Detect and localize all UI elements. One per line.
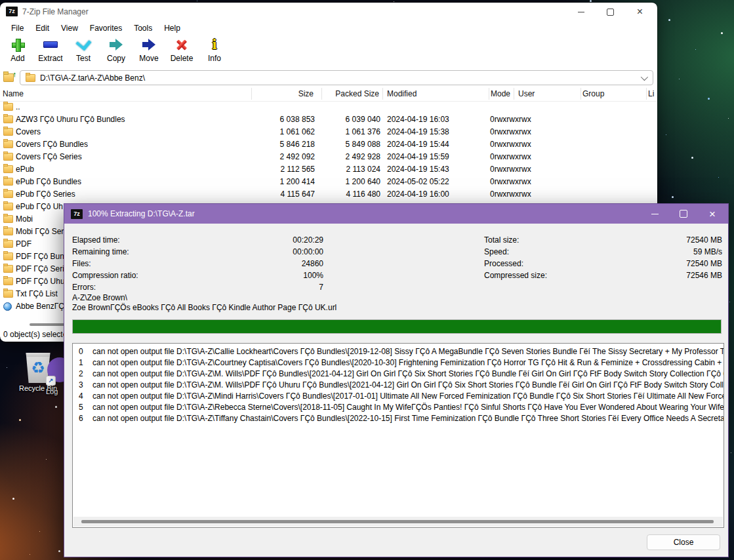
error-list[interactable]: 0can not open output file D:\TG\A-Z\Call… — [72, 343, 724, 528]
error-list-hscrollbar[interactable] — [73, 517, 723, 527]
table-row[interactable]: Covers ΓÇô Bundles5 846 2185 849 0882024… — [0, 138, 657, 151]
folder-icon — [3, 103, 13, 111]
delete-cross-icon — [175, 38, 188, 51]
row-packed: 2 113 024 — [320, 165, 380, 174]
move-arrow-icon — [142, 39, 155, 50]
row-name: Mobi — [16, 214, 33, 224]
column-separator[interactable] — [321, 88, 322, 100]
header-link[interactable]: Li — [648, 89, 654, 98]
stat-label: Speed: — [484, 247, 509, 256]
progress-fill — [73, 320, 721, 333]
menu-file[interactable]: File — [5, 22, 30, 34]
move-button[interactable]: Move — [133, 35, 165, 63]
add-label: Add — [5, 54, 31, 63]
stat-value: 59 MB/s — [589, 247, 722, 256]
starfield — [0, 0, 1, 1]
header-name[interactable]: Name — [3, 89, 24, 98]
minimize-button[interactable] — [566, 3, 596, 21]
row-modified: 2024-05-02 05:22 — [387, 177, 449, 186]
stat-value: 72540 MB — [589, 259, 722, 268]
folder-icon — [3, 178, 13, 186]
header-mode[interactable]: Mode — [459, 89, 510, 98]
table-row[interactable]: .. — [0, 101, 657, 113]
header-group[interactable]: Group — [582, 89, 604, 98]
table-row[interactable]: ePub2 112 5652 113 0242024-04-19 15:430r… — [0, 163, 657, 176]
row-name: PDF ΓÇô Uhu — [16, 277, 65, 286]
maximize-button[interactable] — [596, 3, 625, 21]
scrollbar-thumb[interactable] — [81, 520, 714, 523]
dialog-maximize-button[interactable] — [669, 204, 698, 224]
column-separator[interactable] — [581, 88, 581, 100]
row-name: PDF — [16, 239, 31, 249]
folder-icon — [3, 252, 13, 260]
7zip-app-icon: 7z — [71, 209, 83, 219]
error-number: 6 — [79, 414, 83, 423]
folder-icon — [3, 265, 13, 273]
stat-value: 00:00:00 — [195, 247, 323, 256]
header-modified[interactable]: Modified — [387, 89, 417, 98]
stat-label: Errors: — [72, 283, 96, 292]
row-modified: 2024-04-19 16:00 — [387, 190, 449, 199]
info-button[interactable]: i Info — [198, 35, 231, 63]
row-packed: 1 061 376 — [320, 127, 380, 136]
table-row[interactable]: Covers ΓÇô Series2 492 0922 492 9282024-… — [0, 151, 657, 163]
close-button[interactable] — [625, 3, 655, 21]
menu-favorites[interactable]: Favorites — [84, 22, 128, 34]
delete-label: Delete — [169, 54, 195, 63]
table-row[interactable]: Covers1 061 0621 061 3762024-04-19 15:38… — [0, 126, 657, 138]
header-user[interactable]: User — [518, 89, 535, 98]
row-name: ePub ΓÇô Uh — [16, 202, 63, 211]
row-packed: 2 492 928 — [320, 152, 380, 161]
column-separator[interactable] — [489, 88, 489, 100]
error-text: can not open output file D:\TG\A-Z\Tiffa… — [92, 414, 724, 423]
dialog-title-bar[interactable]: 7z 100% Extracting D:\TG\A-Z.tar — [64, 204, 728, 224]
title-bar[interactable]: 7z 7-Zip File Manager — [0, 3, 657, 21]
header-size[interactable]: Size — [251, 89, 314, 98]
test-button[interactable]: Test — [67, 35, 100, 63]
close-button[interactable]: Close — [647, 534, 720, 550]
row-packed: 5 849 088 — [320, 140, 380, 149]
row-modified: 2024-04-19 15:43 — [387, 165, 449, 174]
row-mode: 0rwxrwxrwx — [490, 140, 531, 149]
header-packed-size[interactable]: Packed Size — [308, 89, 379, 98]
column-separator[interactable] — [382, 88, 383, 100]
table-row[interactable]: ePub ΓÇô Bundles1 200 4141 200 6402024-0… — [0, 176, 657, 188]
7zip-app-icon: 7z — [6, 7, 18, 16]
up-one-level-button[interactable]: ↑ — [3, 71, 15, 82]
add-plus-icon — [10, 37, 25, 52]
stat-label: Total size: — [484, 235, 519, 245]
menu-edit[interactable]: Edit — [30, 22, 55, 34]
row-modified: 2024-04-19 15:38 — [387, 127, 449, 136]
folder-icon — [3, 228, 13, 235]
table-row[interactable]: ePub ΓÇô Series4 115 6474 116 4802024-04… — [0, 188, 657, 201]
error-number: 3 — [79, 380, 83, 390]
copy-arrow-icon — [110, 39, 123, 50]
extract-button[interactable]: Extract — [34, 35, 67, 63]
copy-button[interactable]: Copy — [100, 35, 133, 63]
dialog-close-icon[interactable] — [698, 204, 727, 224]
add-button[interactable]: Add — [1, 35, 34, 63]
delete-button[interactable]: Delete — [165, 35, 198, 63]
menu-tools[interactable]: Tools — [128, 22, 158, 34]
column-separator[interactable] — [646, 88, 647, 100]
table-row[interactable]: AZW3 ΓÇô Uhuru ΓÇô Bundles6 038 8536 039… — [0, 113, 657, 126]
chevron-down-icon[interactable] — [641, 73, 648, 81]
column-separator[interactable] — [514, 88, 514, 100]
error-text: can not open output file D:\TG\A-Z\Calli… — [92, 347, 724, 356]
column-separator[interactable] — [251, 88, 252, 100]
address-path: D:\TG\A-Z.tar\A-Z\Abbe Benz\ — [40, 73, 145, 83]
menu-help[interactable]: Help — [158, 22, 186, 34]
error-row: 5can not open output file D:\TG\A-Z\Rebe… — [73, 401, 724, 412]
stat-value: 100% — [195, 271, 323, 280]
address-row: ↑ D:\TG\A-Z.tar\A-Z\Abbe Benz\ — [0, 69, 657, 86]
info-i-icon: i — [212, 38, 217, 51]
address-input[interactable]: D:\TG\A-Z.tar\A-Z\Abbe Benz\ — [20, 70, 653, 85]
row-size: 5 846 218 — [251, 140, 315, 149]
folder-icon — [3, 190, 13, 198]
menu-view[interactable]: View — [55, 22, 84, 34]
dialog-minimize-button[interactable] — [640, 204, 669, 224]
folder-icon — [3, 240, 13, 248]
row-name: PDF ΓÇô Serie — [16, 264, 69, 273]
folder-icon — [3, 165, 13, 173]
folder-icon — [3, 277, 13, 285]
